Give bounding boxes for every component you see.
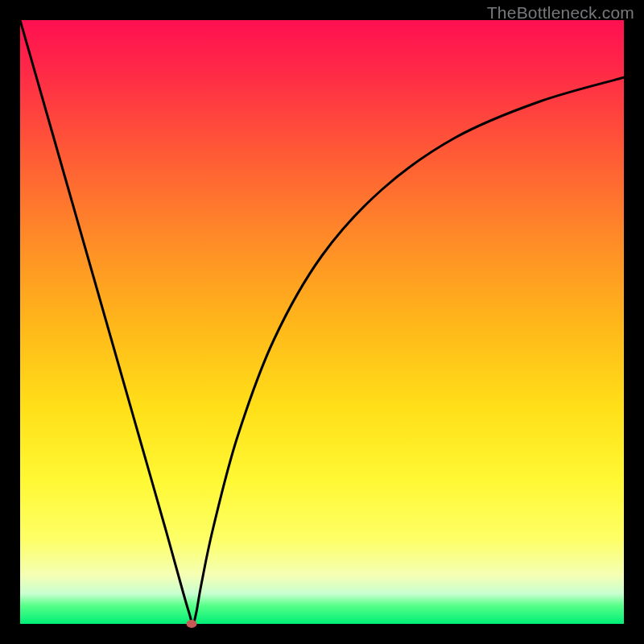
bottleneck-curve: [20, 20, 624, 624]
curve-svg: [20, 20, 624, 624]
chart-frame: TheBottleneck.com: [0, 0, 644, 644]
optimal-point-marker: [187, 620, 197, 628]
plot-area: [20, 20, 624, 624]
